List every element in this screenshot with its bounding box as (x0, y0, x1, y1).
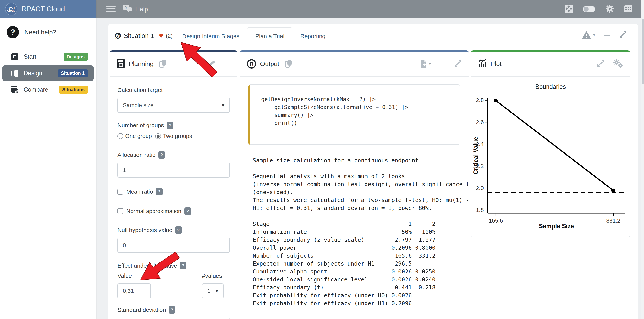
boundaries-chart: 1.82.02.22.42.62.8165.6331.2Sample SizeC… (473, 90, 628, 232)
app-title: RPACT Cloud (22, 5, 65, 13)
tab-plan-a-trial[interactable]: Plan a Trial (247, 27, 292, 45)
help-icon[interactable]: ? (156, 188, 162, 195)
svg-text:?: ? (125, 5, 127, 9)
sidebar: PACT Cloud RPACT Cloud ? Need help? Star… (0, 0, 96, 319)
sidebar-item-compare[interactable]: Compare Situations (2, 83, 94, 96)
calculation-target-select[interactable]: Sample size ▾ (118, 98, 230, 113)
favorites-count: (2) (166, 33, 172, 39)
need-help-label: Need help? (24, 29, 56, 36)
calculation-target-label: Calculation target (118, 87, 230, 93)
num-values-select[interactable]: 1 ▾ (202, 283, 224, 299)
question-mark-icon: ? (6, 26, 19, 38)
null-hypothesis-input[interactable] (118, 238, 230, 253)
situation-badge: Situation 1 (58, 69, 88, 77)
caret-down-icon: ▾ (216, 288, 218, 294)
mean-ratio-checkbox[interactable]: Mean ratio ? (118, 188, 230, 195)
null-hypothesis-label: Null hypothesis value ? (118, 226, 230, 234)
planning-panel: Planning Calculation target Sample size … (110, 50, 238, 319)
effect-value-input[interactable] (118, 283, 151, 299)
need-help-link[interactable]: ? Need help? (6, 26, 96, 38)
app-logo[interactable]: PACT Cloud (5, 3, 18, 15)
caret-down-icon: ▾ (222, 102, 224, 108)
svg-text:2.8: 2.8 (476, 97, 484, 103)
compare-icon (11, 86, 18, 93)
plot-settings-gears-icon[interactable] (613, 59, 623, 69)
copy-icon[interactable] (285, 59, 292, 68)
standard-deviation-input[interactable] (118, 318, 230, 319)
calculator-icon (117, 59, 125, 69)
svg-text:2.0: 2.0 (476, 185, 484, 191)
r-logo-icon: R (247, 59, 256, 68)
situations-badge: Situations (59, 86, 88, 94)
scrollbar-thumb[interactable] (642, 18, 644, 84)
allocation-ratio-input[interactable] (118, 163, 230, 178)
r-code-block: getDesignInverseNormal(kMax = 2) |> getS… (248, 84, 460, 145)
help-icon[interactable]: ? (184, 207, 191, 215)
sidebar-item-start[interactable]: Start Designs (2, 50, 94, 63)
collapse-plot-icon[interactable] (582, 63, 588, 64)
planning-title: Planning (129, 60, 154, 68)
tab-bar: Ø Situation 1 ♥ (2) Design Interim Stage… (108, 24, 638, 45)
help-icon[interactable]: ? (180, 262, 186, 270)
allocation-ratio-label: Allocation ratio ? (118, 151, 230, 159)
help-icon[interactable]: ? (175, 226, 182, 234)
output-stage-table: Stage 1 2 Information rate 50% 100% Effi… (253, 220, 468, 307)
empty-set-icon: Ø (115, 32, 121, 40)
r-code: getDesignInverseNormal(kMax = 2) |> getS… (261, 95, 456, 127)
designs-badge: Designs (64, 53, 88, 61)
help-icon[interactable]: ? (168, 306, 175, 314)
sidebar-item-label: Compare (24, 86, 48, 93)
help-menu[interactable]: ? Help (122, 4, 148, 14)
fullscreen-icon[interactable] (565, 5, 573, 13)
output-title: Output (260, 60, 279, 68)
expand-card-icon[interactable] (619, 31, 626, 39)
sidebar-item-label: Design (24, 70, 42, 77)
collapse-card-icon[interactable] (604, 35, 610, 36)
standard-deviation-label: Standard deviation ? (118, 306, 230, 314)
collapse-planning-icon[interactable] (224, 63, 230, 64)
one-group-radio[interactable]: One group (118, 133, 152, 139)
help-icon[interactable]: ? (167, 122, 173, 129)
help-chat-icon: ? (122, 4, 132, 14)
sidebar-item-label: Start (24, 53, 36, 60)
sidebar-header: PACT Cloud RPACT Cloud (0, 0, 96, 18)
output-summary-text: Sample size calculation for a continuous… (253, 156, 468, 212)
two-groups-radio[interactable]: Two groups (155, 133, 192, 139)
normal-approximation-checkbox[interactable]: Normal approximation ? (118, 207, 230, 215)
grid-apps-icon[interactable] (624, 5, 632, 13)
expand-output-icon[interactable] (454, 60, 462, 68)
page-scrollbar (642, 0, 644, 319)
file-export-icon (420, 60, 427, 68)
collapse-output-icon[interactable] (440, 63, 446, 64)
caret-down-icon: ▾ (593, 32, 595, 37)
wrench-icon[interactable] (207, 59, 216, 68)
situation-header: Ø Situation 1 ♥ (2) (112, 32, 174, 45)
value-label: Value (118, 273, 202, 279)
situation-title: Situation 1 (124, 32, 154, 39)
expand-plot-icon[interactable] (597, 60, 604, 68)
effect-under-alternative-label: Effect under alternative ? (118, 262, 230, 270)
warning-triangle-icon (582, 31, 591, 39)
export-dropdown[interactable]: ▾ (420, 60, 431, 68)
svg-text:Critical Value: Critical Value (473, 137, 479, 175)
help-icon[interactable]: ? (158, 151, 165, 159)
sidebar-divider (0, 44, 96, 45)
svg-text:331.2: 331.2 (606, 218, 620, 224)
brightness-settings-icon[interactable] (605, 4, 614, 14)
help-label: Help (135, 5, 148, 13)
warnings-dropdown[interactable]: ▾ (582, 31, 595, 39)
svg-text:Sample Size: Sample Size (539, 223, 574, 230)
caret-down-icon: ▾ (429, 61, 431, 66)
tab-reporting[interactable]: Reporting (292, 27, 333, 45)
dark-mode-toggle[interactable] (583, 6, 595, 12)
sidebar-item-design[interactable]: Design Situation 1 (2, 65, 94, 81)
top-navbar: ? Help (0, 0, 644, 18)
svg-text:2.6: 2.6 (476, 119, 484, 125)
svg-text:1.8: 1.8 (476, 207, 484, 213)
hamburger-menu-icon[interactable] (106, 6, 116, 13)
tab-design-interim-stages[interactable]: Design Interim Stages (174, 27, 247, 45)
output-panel: R Output ▾ getDesignInverseNormal(kMax =… (240, 50, 469, 319)
svg-text:165.6: 165.6 (489, 218, 503, 224)
copy-icon[interactable] (159, 59, 166, 68)
heart-favorites-icon[interactable]: ♥ (159, 32, 163, 39)
